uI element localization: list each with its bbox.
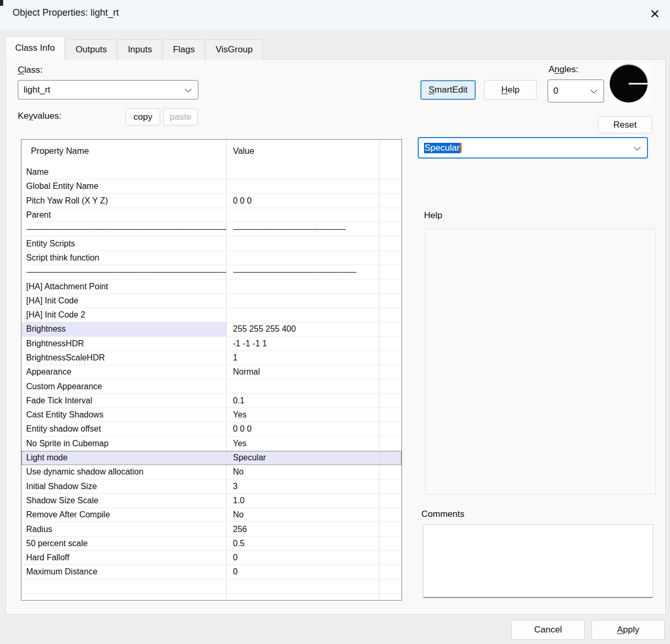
property-value-cell: 1 (227, 351, 379, 365)
tab-strip: Class Info Outputs Inputs Flags VisGroup (5, 36, 264, 60)
table-row[interactable]: Shadow Size Scale 1.0 (21, 494, 401, 508)
chevron-down-icon (185, 85, 192, 92)
table-row[interactable] (21, 594, 401, 601)
tab-outputs[interactable]: Outputs (66, 39, 117, 60)
angles-value: 0 (553, 86, 558, 96)
property-name-cell: Maximum Distance (21, 565, 227, 579)
property-value-cell: Specular (227, 451, 379, 465)
tab-visgroup[interactable]: VisGroup (206, 39, 263, 60)
property-name-cell: 50 percent scale (21, 537, 227, 550)
property-table-header: Property Name Value (21, 140, 401, 165)
property-name-cell: [HA] Init Code 2 (21, 308, 227, 322)
property-name-cell: [HA] Init Code (21, 294, 227, 308)
comments-textarea[interactable] (423, 524, 653, 598)
help-button[interactable]: Help (484, 80, 537, 100)
property-name-cell: Custom Appearance (21, 379, 227, 393)
cancel-button[interactable]: Cancel (511, 620, 585, 640)
property-name-cell: Pitch Yaw Roll (X Y Z) (21, 194, 227, 208)
table-row[interactable]: ----------------------------------------… (21, 265, 401, 279)
row-end-cell (379, 394, 401, 408)
table-row[interactable]: Remove After Compile No (21, 508, 401, 522)
chevron-down-icon (590, 87, 597, 94)
property-value-cell: ----------------------------------------… (227, 222, 379, 236)
class-combobox[interactable]: light_rt (18, 80, 198, 99)
table-row[interactable]: [HA] Init Code 2 (21, 308, 401, 322)
table-row[interactable]: Light mode Specular (21, 451, 401, 465)
class-label: Class: (18, 65, 42, 75)
property-value-cell: No (227, 465, 379, 479)
property-value-cell (227, 179, 379, 193)
property-value-cell (227, 208, 379, 222)
tab-inputs[interactable]: Inputs (118, 39, 162, 60)
property-value-cell (227, 594, 379, 601)
row-end-cell (379, 194, 401, 208)
angles-label: Angles: (549, 64, 578, 75)
row-end-cell (379, 365, 401, 379)
property-name-cell: Brightness (21, 322, 227, 336)
property-name-cell: Entity Scripts (21, 236, 227, 250)
table-row[interactable]: Custom Appearance (21, 379, 401, 393)
property-value-cell: Yes (227, 408, 379, 422)
table-row[interactable]: Script think function (21, 251, 401, 265)
copy-button[interactable]: copy (126, 108, 160, 126)
table-row[interactable]: [HA] Init Code (21, 294, 401, 308)
table-row[interactable]: Entity Scripts (21, 236, 401, 251)
table-row[interactable]: Use dynamic shadow allocation No (21, 465, 401, 479)
table-row[interactable]: [HA] Attachment Point (21, 279, 401, 293)
table-row[interactable] (21, 580, 401, 594)
tab-class-info[interactable]: Class Info (5, 36, 65, 60)
text-caret (460, 143, 462, 153)
window-title: Object Properties: light_rt (13, 7, 119, 18)
property-name-cell: BrightnessHDR (21, 337, 227, 351)
table-row[interactable]: Cast Entity Shadows Yes (21, 408, 401, 422)
class-value: light_rt (24, 85, 50, 95)
angles-combobox[interactable]: 0 (548, 80, 604, 103)
row-end-cell (379, 451, 401, 465)
row-end-cell (379, 508, 401, 522)
table-row[interactable]: Hard Falloff 0 (21, 551, 401, 565)
property-value-cell: -1 -1 -1 1 (227, 337, 379, 351)
table-row[interactable]: Maximum Distance 0 (21, 565, 401, 579)
smartedit-button[interactable]: SmartEdit (420, 80, 476, 100)
close-icon[interactable]: ✕ (646, 5, 664, 23)
property-name-cell (21, 594, 227, 601)
reset-button[interactable]: Reset (598, 116, 652, 133)
table-row[interactable]: BrightnessHDR -1 -1 -1 1 (21, 337, 401, 351)
property-value-cell: 255 255 255 400 (227, 322, 379, 336)
row-end-cell (379, 480, 401, 493)
table-row[interactable]: BrightnessScaleHDR 1 (21, 351, 401, 365)
apply-button[interactable]: Apply (591, 620, 665, 640)
property-name-cell: Script think function (21, 251, 227, 265)
property-name-cell: Global Entity Name (21, 179, 227, 193)
table-row[interactable]: Global Entity Name (21, 179, 401, 194)
table-row[interactable]: Radius 256 (21, 522, 401, 536)
paste-button[interactable]: paste (163, 108, 198, 126)
property-value-cell: 0 0 0 (227, 194, 379, 208)
row-end-cell (379, 265, 401, 279)
property-value-cell: 256 (227, 522, 379, 536)
table-row[interactable]: Brightness 255 255 255 400 (21, 322, 401, 336)
property-value-cell: ----------------------------------------… (227, 265, 379, 279)
tab-flags[interactable]: Flags (163, 39, 205, 60)
table-row[interactable]: Name (21, 165, 401, 179)
property-value-cell (227, 294, 379, 308)
table-row[interactable]: ----------------------------------------… (21, 222, 401, 236)
table-row[interactable]: Fade Tick Interval 0.1 (21, 394, 401, 408)
table-row[interactable]: Initial Shadow Size 3 (21, 480, 401, 494)
table-row[interactable]: Appearance Normal (21, 365, 401, 379)
property-value-cell: 0 (227, 551, 379, 564)
angle-dial[interactable] (609, 64, 649, 104)
property-value-cell: 0.1 (227, 394, 379, 408)
row-end-cell (379, 565, 401, 579)
chevron-down-icon (634, 143, 641, 150)
table-row[interactable]: Pitch Yaw Roll (X Y Z) 0 0 0 (21, 194, 401, 208)
row-end-cell (379, 422, 401, 436)
row-end-cell (379, 165, 401, 179)
table-row[interactable]: No Sprite in Cubemap Yes (21, 437, 401, 451)
table-row[interactable]: Parent (21, 208, 401, 222)
table-row[interactable]: 50 percent scale 0.5 (21, 537, 401, 551)
table-row[interactable]: Entity shadow offset 0 0 0 (21, 422, 401, 436)
property-value-cell (227, 379, 379, 393)
property-value-cell: Normal (227, 365, 379, 379)
property-value-combobox[interactable]: Specular (418, 137, 648, 159)
